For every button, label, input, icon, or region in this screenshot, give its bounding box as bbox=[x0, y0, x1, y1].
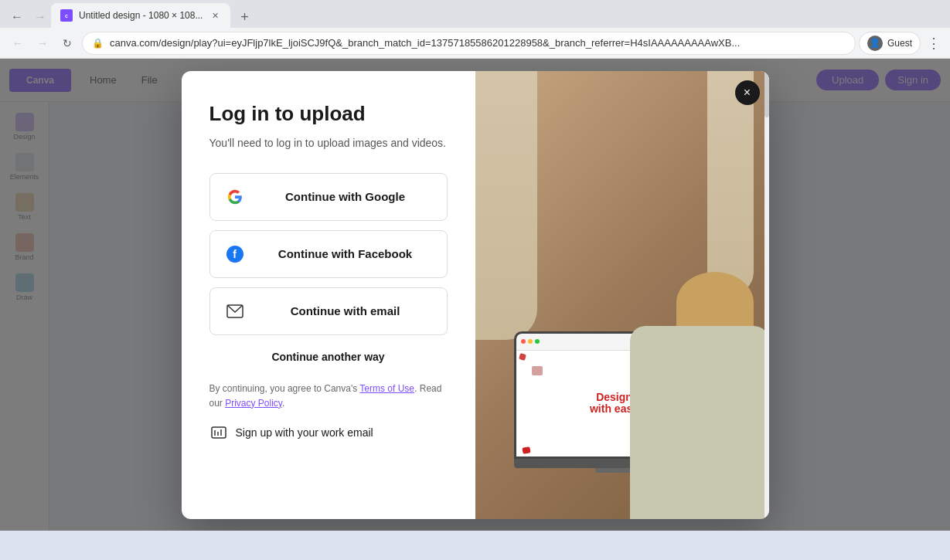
legal-prefix: By continuing, you agree to Canva's bbox=[209, 383, 360, 394]
work-email-label: Sign up with your work email bbox=[236, 426, 373, 439]
terms-link[interactable]: Terms of Use bbox=[359, 383, 414, 394]
modal-left-panel: Log in to upload You'll need to log in t… bbox=[182, 71, 475, 519]
back-btn[interactable]: ← bbox=[6, 6, 28, 28]
work-email-icon bbox=[209, 423, 228, 442]
google-auth-btn[interactable]: Continue with Google bbox=[209, 173, 448, 221]
forward-nav-btn[interactable]: → bbox=[31, 32, 54, 55]
privacy-link[interactable]: Privacy Policy bbox=[225, 398, 282, 409]
email-auth-btn[interactable]: Continue with email bbox=[209, 287, 448, 335]
address-url: canva.com/design/play?ui=eyJFljp7lkE_ljo… bbox=[110, 37, 846, 49]
another-way-btn[interactable]: Continue another way bbox=[209, 344, 448, 369]
svg-text:c: c bbox=[65, 13, 68, 19]
tab-favicon: c bbox=[60, 9, 73, 22]
legal-suffix: . bbox=[282, 398, 284, 409]
reload-btn[interactable]: ↻ bbox=[56, 32, 79, 55]
guest-avatar: 👤 bbox=[867, 36, 883, 51]
guest-profile-btn[interactable]: 👤 Guest bbox=[859, 32, 921, 55]
address-bar[interactable]: 🔒 canva.com/design/play?ui=eyJFljp7lkE_l… bbox=[82, 32, 856, 55]
modal-close-btn[interactable]: × bbox=[735, 80, 760, 105]
facebook-icon: f bbox=[223, 242, 247, 266]
svg-rect-3 bbox=[212, 427, 226, 438]
tab-bar: ← → c Untitled design - 1080 × 108... ✕ … bbox=[0, 0, 950, 28]
facebook-btn-label: Continue with Facebook bbox=[257, 247, 434, 260]
browser-chrome: ← → c Untitled design - 1080 × 108... ✕ … bbox=[0, 0, 950, 59]
lock-icon: 🔒 bbox=[92, 38, 104, 49]
new-tab-btn[interactable]: + bbox=[233, 6, 255, 28]
login-modal: Log in to upload You'll need to log in t… bbox=[182, 71, 769, 519]
legal-text: By continuing, you agree to Canva's Term… bbox=[209, 382, 448, 411]
email-btn-label: Continue with email bbox=[257, 304, 434, 317]
email-icon bbox=[223, 299, 247, 324]
google-btn-label: Continue with Google bbox=[257, 190, 434, 203]
modal-subtitle: You'll need to log in to upload images a… bbox=[209, 135, 448, 151]
modal-overlay[interactable]: Log in to upload You'll need to log in t… bbox=[0, 59, 950, 531]
modal-title: Log in to upload bbox=[209, 102, 448, 126]
toolbar-right: 👤 Guest ⋮ bbox=[859, 32, 944, 55]
modal-right-panel: Designwith ease bbox=[475, 71, 769, 519]
browser-tab[interactable]: c Untitled design - 1080 × 108... ✕ bbox=[51, 3, 230, 28]
toolbar-nav: ← → ↻ bbox=[6, 32, 79, 55]
tab-title: Untitled design - 1080 × 108... bbox=[79, 10, 203, 21]
google-icon bbox=[223, 185, 247, 209]
guest-label: Guest bbox=[887, 38, 912, 49]
person-illustration: Designwith ease bbox=[475, 71, 769, 519]
tab-close-btn[interactable]: ✕ bbox=[209, 9, 221, 22]
back-nav-btn[interactable]: ← bbox=[6, 32, 29, 55]
modal-scrollbar[interactable] bbox=[764, 71, 769, 519]
browser-toolbar: ← → ↻ 🔒 canva.com/design/play?ui=eyJFljp… bbox=[0, 28, 950, 59]
facebook-auth-btn[interactable]: f Continue with Facebook bbox=[209, 230, 448, 278]
page-content: Canva Home File Upload Sign in Design El… bbox=[0, 59, 950, 531]
browser-menu-btn[interactable]: ⋮ bbox=[924, 32, 944, 55]
scrollbar-thumb bbox=[764, 71, 769, 117]
forward-btn[interactable]: → bbox=[29, 6, 51, 28]
work-email-row[interactable]: Sign up with your work email bbox=[209, 423, 448, 442]
curtain-left bbox=[475, 71, 537, 340]
